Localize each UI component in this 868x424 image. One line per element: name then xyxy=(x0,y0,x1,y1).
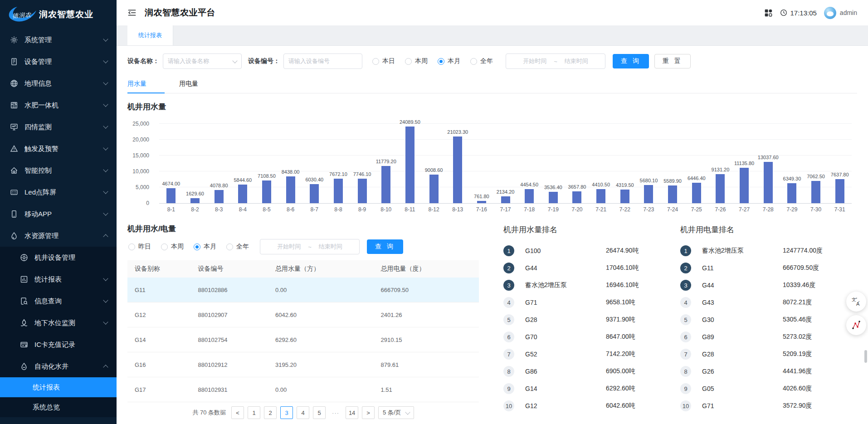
chart-bar[interactable] xyxy=(764,162,773,203)
chart-bar[interactable] xyxy=(477,201,486,203)
chart-bar[interactable] xyxy=(740,168,749,203)
chart-bar[interactable] xyxy=(238,185,247,203)
chart-bar[interactable] xyxy=(811,181,820,203)
rank-device-name: G12 xyxy=(525,402,606,409)
pagination-page-5[interactable]: 5 xyxy=(313,406,326,419)
chart-bar[interactable] xyxy=(358,179,367,203)
sidebar-subitem-统计报表[interactable]: 统计报表 xyxy=(0,377,117,397)
chart-bar[interactable] xyxy=(166,188,176,203)
tab-statistics-report[interactable]: 统计报表 xyxy=(127,25,173,45)
sidebar-item-机井设备管理[interactable]: 机井设备管理 xyxy=(0,247,117,268)
chart-bar[interactable] xyxy=(429,175,439,203)
chart-bar[interactable] xyxy=(572,191,581,203)
radio-本月[interactable]: 本月 xyxy=(438,57,460,65)
chart-bar[interactable] xyxy=(286,176,295,203)
chart-bar[interactable] xyxy=(405,127,414,203)
pagination-page-1[interactable]: 1 xyxy=(248,406,260,419)
chart-bar[interactable] xyxy=(381,166,390,203)
apps-grid-icon[interactable] xyxy=(764,9,773,17)
user-menu[interactable]: admin xyxy=(824,7,857,19)
chart-bar[interactable] xyxy=(334,179,343,203)
device-name-select[interactable]: 请输入设备名称 xyxy=(163,54,242,69)
table-col-header: 总用水量（方） xyxy=(268,265,374,273)
sidebar-item-系统管理[interactable]: 系统管理 xyxy=(0,29,117,51)
rank-device-name: G100 xyxy=(525,247,606,254)
chart-bar[interactable] xyxy=(644,185,653,203)
chart-bar[interactable] xyxy=(525,189,534,203)
sidebar-item-自动化水井[interactable]: 自动化水井 xyxy=(0,356,117,377)
chart-bar[interactable] xyxy=(716,174,725,203)
table-cell: G17 xyxy=(127,386,191,393)
menu-fold-icon[interactable] xyxy=(127,8,137,17)
chart-bar[interactable] xyxy=(620,190,629,203)
chart-bar-slot: 5844.608-4 xyxy=(231,124,255,203)
table-row[interactable]: G128801029076042.602401.26 xyxy=(127,302,479,327)
chart-bar[interactable] xyxy=(310,184,319,203)
pagination-page-14[interactable]: 14 xyxy=(346,406,358,419)
chart-bar[interactable] xyxy=(787,183,796,203)
y-tick-label: 0 xyxy=(146,200,149,206)
device-name-label: 设备名称： xyxy=(127,57,159,65)
page-size-select[interactable]: 5 条/页 xyxy=(378,406,414,419)
sidebar-item-地理信息[interactable]: 地理信息 xyxy=(0,73,117,94)
rank-badge: 3 xyxy=(503,280,514,291)
sidebar-item-四情监测[interactable]: 四情监测 xyxy=(0,116,117,138)
sidebar-item-设备管理[interactable]: 设备管理 xyxy=(0,51,117,73)
chart-bar[interactable] xyxy=(501,196,510,203)
radio-本月[interactable]: 本月 xyxy=(194,243,216,251)
tab-用水量[interactable]: 用水量 xyxy=(127,76,165,93)
pagination-page-4[interactable]: 4 xyxy=(297,406,309,419)
pagination-next-button[interactable]: > xyxy=(362,406,375,419)
radio-本周[interactable]: 本周 xyxy=(405,57,428,65)
x-tick-label: 7-30 xyxy=(810,206,821,213)
sidebar-item-地下水位监测[interactable]: 地下水位监测 xyxy=(0,312,117,334)
sidebar-item-移动APP[interactable]: 移动APP xyxy=(0,203,117,225)
table-row[interactable]: G178801029310.001.51 xyxy=(127,377,479,402)
radio-昨日[interactable]: 昨日 xyxy=(128,243,151,251)
radio-本周[interactable]: 本周 xyxy=(161,243,184,251)
sidebar-item-信息查询[interactable]: 信息查询 xyxy=(0,290,117,312)
bottom-period-radios: 昨日本周本月全年 xyxy=(127,243,249,251)
table-row[interactable]: G168801029123195.20879.61 xyxy=(127,352,479,377)
chart-tabs: 用水量用电量 xyxy=(127,76,857,93)
device-no-input[interactable]: 请输入设备编号 xyxy=(283,54,362,69)
reset-button[interactable]: 重 置 xyxy=(654,54,691,68)
radio-全年[interactable]: 全年 xyxy=(226,243,249,251)
chart-bar[interactable] xyxy=(453,136,462,203)
tab-用电量[interactable]: 用电量 xyxy=(179,76,216,93)
sidebar-item-触发及预警[interactable]: 触发及预警 xyxy=(0,138,117,160)
pagination-page-2[interactable]: 2 xyxy=(264,406,277,419)
table-row[interactable]: G118801028860.00666709.50 xyxy=(127,278,479,302)
radio-本日[interactable]: 本日 xyxy=(372,57,395,65)
pagination-prev-button[interactable]: < xyxy=(231,406,244,419)
rank-badge: 5 xyxy=(680,314,691,325)
sidebar-subitem-系统总览[interactable]: 系统总览 xyxy=(0,397,117,417)
bottom-search-button[interactable]: 查 询 xyxy=(367,239,403,254)
chart-bar[interactable] xyxy=(596,189,605,203)
scrollbar-thumb[interactable] xyxy=(864,350,867,363)
chart-bar[interactable] xyxy=(262,180,271,203)
chart-bar[interactable] xyxy=(549,192,558,203)
date-range-input[interactable]: 开始时间 ~ 结束时间 xyxy=(506,54,605,69)
bottom-date-range-input[interactable]: 开始时间 ~ 结束时间 xyxy=(260,239,360,254)
chart-bar[interactable] xyxy=(215,190,224,203)
sidebar-item-水资源管理[interactable]: 水资源管理 xyxy=(0,225,117,247)
translate-icon[interactable]: 文 A xyxy=(846,292,866,312)
search-button[interactable]: 查 询 xyxy=(613,54,649,68)
sidebar-item-label: 自动化水井 xyxy=(34,362,104,371)
sidebar-item-智能控制[interactable]: 智能控制 xyxy=(0,160,117,181)
chart-bar[interactable] xyxy=(190,198,200,203)
radio-全年[interactable]: 全年 xyxy=(470,57,493,65)
chart-bar[interactable] xyxy=(668,185,677,203)
sidebar-item-水肥一体机[interactable]: 水肥一体机 xyxy=(0,94,117,116)
table-row[interactable]: G148801027546292.602910.15 xyxy=(127,327,479,352)
sidebar-item-Led点阵屏[interactable]: Led点阵屏 xyxy=(0,181,117,203)
pagination-page-3[interactable]: 3 xyxy=(280,406,293,419)
logo-script-text: 德润农 xyxy=(12,11,31,20)
usage-table: 设备别称设备编号总用水量（方）总用电量（度） G118801028860.006… xyxy=(127,260,479,402)
chart-bar[interactable] xyxy=(692,183,701,203)
network-graph-icon[interactable] xyxy=(846,315,866,335)
sidebar-item-IC卡充值记录[interactable]: IC卡充值记录 xyxy=(0,334,117,356)
chart-bar[interactable] xyxy=(835,179,844,203)
sidebar-item-统计报表[interactable]: 统计报表 xyxy=(0,268,117,290)
